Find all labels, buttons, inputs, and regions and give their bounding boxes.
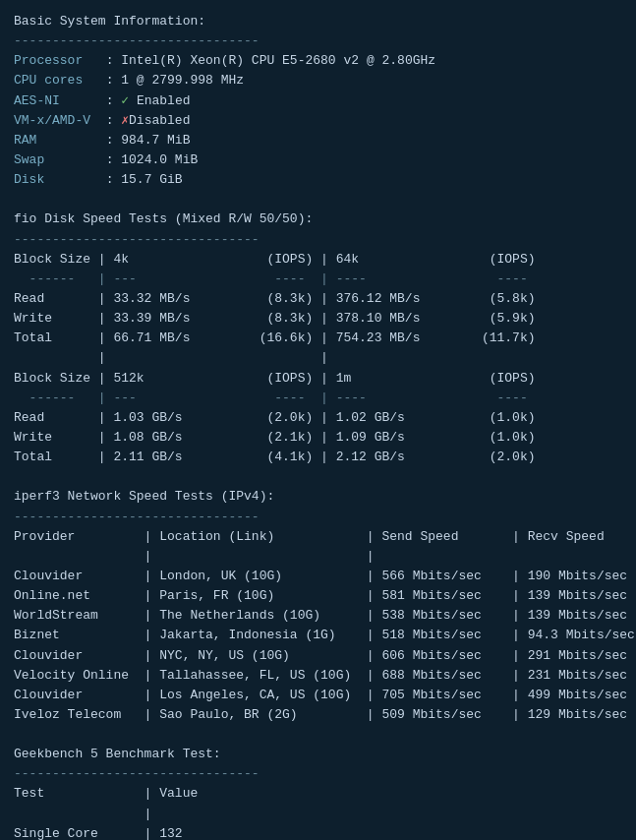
iperf3-row-3: Biznet | Jakarta, Indonesia (1G) | 518 M… [14,628,635,642]
fio-row-5: | | [14,350,328,365]
geekbench-divider: -------------------------------- [14,766,260,781]
iperf3-row-6: Clouvider | Los Angeles, CA, US (10G) | … [14,688,627,702]
cpu-cores-line: CPU cores : 1 @ 2799.998 MHz [14,73,244,88]
iperf3-spacer: | | [14,549,375,564]
fio-divider: -------------------------------- [14,232,260,247]
fio-row-4: Total | 66.71 MB/s (16.6k) | 754.23 MB/s… [14,330,536,345]
basic-info-section: Basic System Information: --------------… [14,12,622,840]
fio-row-2: Read | 33.32 MB/s (8.3k) | 376.12 MB/s (… [14,291,536,306]
fio-row-10: Total | 2.11 GB/s (4.1k) | 2.12 GB/s (2.… [14,450,536,464]
swap-line: Swap : 1024.0 MiB [14,152,198,167]
geekbench-headers: Test | Value [14,786,198,801]
geekbench-single-core: Single Core | 132 [14,826,183,840]
ram-line: RAM : 984.7 MiB [14,133,190,148]
iperf3-divider: -------------------------------- [14,510,260,524]
geekbench-spacer: | [14,807,151,821]
aes-ni-line: AES-NI : ✓ Enabled [14,93,190,108]
basic-info-divider: -------------------------------- [14,33,260,48]
basic-info-title: Basic System Information: [14,14,205,29]
iperf3-section-title: iperf3 Network Speed Tests (IPv4): [14,489,274,504]
iperf3-row-4: Clouvider | NYC, NY, US (10G) | 606 Mbit… [14,648,627,663]
iperf3-row-0: Clouvider | London, UK (10G) | 566 Mbits… [14,569,627,583]
fio-row-9: Write | 1.08 GB/s (2.1k) | 1.09 GB/s (1.… [14,430,536,445]
fio-section-title: fio Disk Speed Tests (Mixed R/W 50/50): [14,211,313,226]
fio-row-0: Block Size | 4k (IOPS) | 64k (IOPS) [14,252,536,267]
fio-row-7: ------ | --- ---- | ---- ---- [14,390,528,405]
disk-line: Disk : 15.7 GiB [14,172,183,187]
iperf3-row-5: Velocity Online | Tallahassee, FL, US (1… [14,668,627,683]
geekbench-section-title: Geekbench 5 Benchmark Test: [14,747,221,761]
iperf3-row-1: Online.net | Paris, FR (10G) | 581 Mbits… [14,588,627,603]
iperf3-row-2: WorldStream | The Netherlands (10G) | 53… [14,608,627,623]
iperf3-headers: Provider | Location (Link) | Send Speed … [14,529,605,544]
fio-row-1: ------ | --- ---- | ---- ---- [14,271,528,286]
iperf3-row-7: Iveloz Telecom | Sao Paulo, BR (2G) | 50… [14,707,627,722]
processor-line: Processor : Intel(R) Xeon(R) CPU E5-2680… [14,53,435,68]
fio-row-6: Block Size | 512k (IOPS) | 1m (IOPS) [14,371,536,386]
fio-row-8: Read | 1.03 GB/s (2.0k) | 1.02 GB/s (1.0… [14,410,536,425]
vm-amd-line: VM-x/AMD-V : ✗Disabled [14,113,190,128]
fio-row-3: Write | 33.39 MB/s (8.3k) | 378.10 MB/s … [14,311,536,326]
